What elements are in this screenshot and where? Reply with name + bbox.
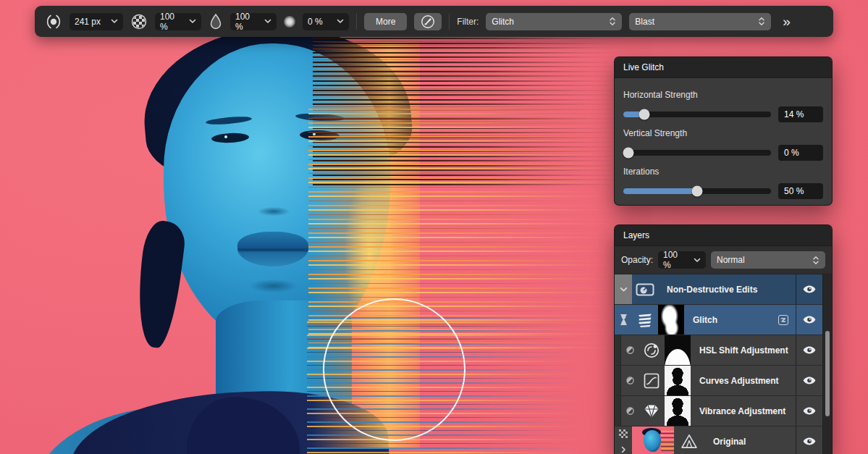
- slider-thumb[interactable]: [692, 186, 703, 197]
- curves-adjustment-icon: [639, 366, 665, 395]
- visibility-toggle[interactable]: [796, 366, 822, 395]
- chevron-right-icon[interactable]: [621, 446, 626, 453]
- brush-opacity-value: 100 %: [160, 12, 183, 32]
- hsl-adjustment-icon: [639, 335, 665, 365]
- visibility-toggle[interactable]: [796, 274, 822, 304]
- blend-mode-value: Normal: [717, 255, 745, 265]
- brush-width-input[interactable]: 241 px: [69, 13, 123, 30]
- select-updown-icon: [806, 256, 819, 265]
- adjustment-gutter: [621, 396, 639, 426]
- filter-label: Filter:: [457, 17, 479, 27]
- layer-row-vibrance[interactable]: Vibrance Adjustment: [615, 396, 822, 426]
- brush-hardness-icon: [208, 13, 223, 30]
- brush-width-icon: [45, 13, 62, 30]
- layer-opacity-input[interactable]: 100 %: [658, 251, 706, 269]
- horizontal-strength-slider[interactable]: [623, 112, 771, 117]
- layer-name[interactable]: Curves Adjustment: [691, 366, 796, 395]
- hourglass-icon: [619, 314, 628, 326]
- snapshot-triangle-icon: [674, 426, 704, 454]
- half-circle-icon: [626, 407, 634, 415]
- iterations-value[interactable]: 50 %: [778, 183, 823, 199]
- brush-hardness-input[interactable]: 100 %: [230, 13, 277, 30]
- layers-scrollbar-thumb[interactable]: [825, 331, 830, 416]
- visibility-toggle[interactable]: [796, 426, 822, 454]
- stacked-layers-icon: [637, 312, 653, 328]
- zigzag-icon: [780, 316, 787, 324]
- layer-row-original[interactable]: Original: [615, 426, 822, 454]
- select-updown-icon: [752, 17, 765, 26]
- eye-icon: [803, 316, 816, 324]
- slider-fill: [623, 188, 697, 194]
- vertical-strength-value[interactable]: 0 %: [778, 145, 823, 161]
- toolbar-separator: [356, 14, 357, 30]
- brush-opacity-icon: [130, 13, 148, 30]
- chevron-down-icon[interactable]: [258, 19, 271, 24]
- eye-icon: [803, 407, 816, 415]
- live-glitch-panel: Live Glitch Horizontal Strength 14 % Ver…: [614, 56, 833, 206]
- toolbar-separator: [449, 14, 450, 30]
- vertical-strength-label: Vertical Strength: [623, 128, 823, 138]
- filter-category-value: Glitch: [492, 17, 514, 27]
- brush-flow-input[interactable]: 0 %: [303, 13, 349, 30]
- group-layer-icon: [632, 274, 658, 304]
- layer-name[interactable]: Original: [704, 426, 796, 454]
- layer-list: Non-Destructive Edits Glitch: [615, 274, 832, 454]
- transparency-checker-icon: [619, 429, 628, 438]
- half-circle-icon: [626, 346, 634, 354]
- chevron-down-icon[interactable]: [105, 19, 118, 24]
- half-circle-icon: [626, 377, 634, 384]
- layer-mask-thumbnail[interactable]: [665, 335, 691, 365]
- toolbar-overflow-icon[interactable]: »: [783, 14, 791, 30]
- blend-mode-select[interactable]: Normal: [711, 251, 825, 269]
- layers-panel: Layers Opacity: 100 % Normal: [614, 224, 833, 454]
- layer-mask-thumbnail[interactable]: [658, 305, 684, 335]
- layer-row-group[interactable]: Non-Destructive Edits: [615, 274, 822, 305]
- slider-thumb[interactable]: [639, 109, 649, 120]
- layer-mask-thumbnail[interactable]: [665, 396, 691, 426]
- group-expand-toggle[interactable]: [615, 274, 632, 304]
- layer-name[interactable]: HSL Shift Adjustment: [691, 335, 796, 365]
- chevron-down-icon[interactable]: [688, 258, 701, 263]
- brush-flow-icon: [284, 16, 295, 28]
- layer-row-curves[interactable]: Curves Adjustment: [615, 366, 822, 396]
- vertical-strength-slider[interactable]: [623, 150, 771, 156]
- vibrance-adjustment-icon: [639, 396, 665, 426]
- layer-image-thumbnail[interactable]: [632, 426, 674, 454]
- application-window: 241 px 100 % 100 % 0 % More Filter: Glit…: [0, 0, 868, 454]
- layer-name[interactable]: Vibrance Adjustment: [691, 396, 796, 426]
- brush-opacity-input[interactable]: 100 %: [155, 13, 201, 30]
- brush-width-value: 241 px: [75, 17, 101, 27]
- slider-thumb[interactable]: [623, 148, 634, 159]
- opacity-label: Opacity:: [621, 255, 653, 265]
- layer-mask-thumbnail[interactable]: [665, 366, 691, 395]
- chevron-down-icon[interactable]: [331, 19, 344, 24]
- layers-title: Layers: [615, 225, 832, 246]
- filter-type-select[interactable]: Blast: [629, 13, 771, 30]
- layer-name[interactable]: Non-Destructive Edits: [658, 274, 796, 304]
- live-filter-icon: [632, 305, 658, 335]
- layer-opacity-value: 100 %: [663, 250, 688, 270]
- eye-icon: [803, 346, 816, 354]
- layer-row-hsl[interactable]: HSL Shift Adjustment: [615, 335, 822, 366]
- chevron-down-icon: [620, 287, 628, 293]
- filter-category-select[interactable]: Glitch: [486, 13, 622, 30]
- horizontal-strength-label: Horizontal Strength: [623, 90, 823, 100]
- visibility-toggle[interactable]: [796, 335, 822, 365]
- brush-settings-button[interactable]: [414, 13, 442, 30]
- more-button[interactable]: More: [364, 13, 407, 30]
- context-toolbar: 241 px 100 % 100 % 0 % More Filter: Glit…: [35, 6, 833, 37]
- layers-scrollbar-track[interactable]: [822, 274, 832, 454]
- visibility-toggle[interactable]: [796, 305, 822, 335]
- eye-icon: [803, 285, 816, 293]
- iterations-slider[interactable]: [623, 188, 771, 194]
- chevron-down-icon[interactable]: [183, 19, 196, 24]
- live-filter-gutter: [615, 305, 632, 335]
- select-updown-icon: [603, 17, 616, 26]
- layer-row-glitch[interactable]: Glitch: [615, 305, 822, 335]
- horizontal-strength-value[interactable]: 14 %: [778, 106, 823, 122]
- live-glitch-title: Live Glitch: [615, 57, 832, 78]
- row-indent: [615, 335, 621, 365]
- brush-flow-value: 0 %: [308, 17, 323, 27]
- visibility-toggle[interactable]: [796, 396, 822, 426]
- live-filter-badge[interactable]: [778, 315, 788, 325]
